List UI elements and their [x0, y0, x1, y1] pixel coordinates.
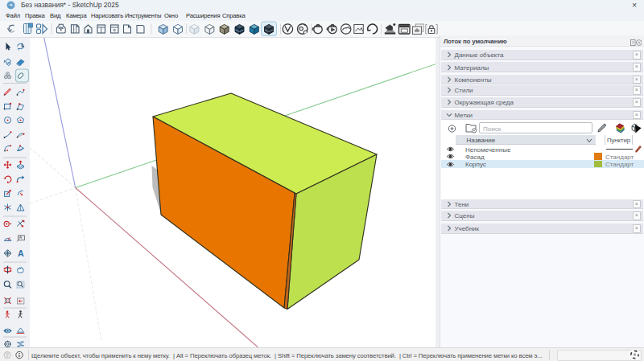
- svg-text:A: A: [18, 248, 24, 258]
- svg-text:A: A: [19, 235, 23, 240]
